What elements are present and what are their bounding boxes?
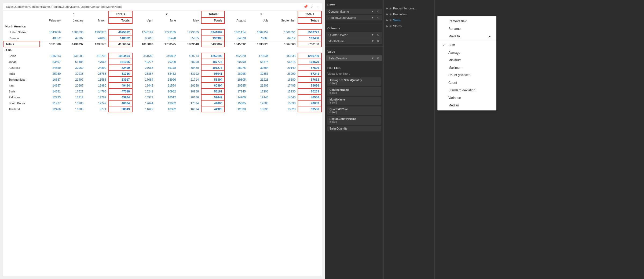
us-q3t: 5553722	[298, 29, 321, 35]
q1-totals-col-header: Totals	[109, 17, 132, 23]
na-tot-apr: 1810802	[132, 41, 155, 47]
std-dev-label: Standard deviation	[448, 88, 475, 92]
count-distinct-item[interactable]: Count (Distinct)	[438, 71, 496, 79]
minimum-item[interactable]: Minimum	[438, 56, 496, 64]
continent-name-label: ContinentName	[328, 10, 371, 13]
sum-item[interactable]: ✓ Sum	[438, 41, 496, 49]
asia-label: Asia	[3, 47, 321, 53]
south-korea-label: South Korea	[3, 100, 40, 106]
quarter-down-btn[interactable]: ▼	[371, 33, 375, 37]
stores-field-item[interactable]: ▶ ⊞ Stores	[384, 23, 434, 29]
context-menu: Remove field Rename Move to ▶ ✓ Sum Aver…	[437, 16, 496, 110]
april-header: April	[132, 17, 155, 23]
quarter-filter[interactable]: QuarterOfYear is (All)	[327, 106, 381, 115]
rename-item[interactable]: Rename	[438, 25, 496, 33]
maximum-label: Maximum	[448, 66, 462, 70]
ca-q1t: 140562	[109, 35, 132, 41]
std-dev-item[interactable]: Standard deviation	[438, 87, 496, 94]
ca-sep: 64512	[270, 35, 298, 41]
region-country-field[interactable]: RegionCountryName ▼ ✕	[326, 15, 382, 20]
rename-label: Rename	[448, 27, 460, 31]
monthname-x-btn[interactable]: ✕	[376, 39, 380, 43]
march-header: March	[86, 17, 109, 23]
stores-field-label: Stores	[393, 24, 402, 28]
na-tot-feb: 1391808	[40, 41, 63, 47]
divider-1	[438, 41, 496, 41]
count-item[interactable]: Count	[438, 79, 496, 87]
remove-field-item[interactable]: Remove field	[438, 17, 496, 25]
syria-row: Syria 14631 17621 14766 47018 16241 2098…	[3, 88, 321, 94]
promotion-table-icon: ⊞	[389, 13, 391, 16]
monthname-field[interactable]: MonthName ▼ ✕	[326, 38, 382, 44]
pakistan-row: Pakistan 12233 18912 12789 43934 15971 1…	[3, 94, 321, 100]
na-tot-aug: 1945992	[225, 41, 248, 47]
regioncountry-filter[interactable]: RegionCountryName is (All)	[327, 116, 381, 125]
quarter-x-btn[interactable]: ✕	[376, 33, 380, 37]
move-to-item[interactable]: Move to ▶	[438, 33, 496, 40]
sales-table-icon: ⊞	[389, 19, 391, 22]
united-states-label: United States	[3, 29, 40, 35]
us-feb: 1343256	[40, 29, 63, 35]
monthname-filter[interactable]: MonthName is (All)	[327, 97, 381, 105]
salesquantity-filter[interactable]: SalesQuantity	[327, 126, 381, 131]
na-totals-row: Totals 1391808 1436097 1338179 4166084 1…	[3, 41, 321, 47]
right-panel: Rows ContinentName ▼ ✕ RegionCountryName…	[325, 0, 644, 279]
monthname-label: MonthName	[328, 40, 371, 43]
salesquantity-x-btn[interactable]: ✕	[376, 56, 380, 60]
variance-item[interactable]: Variance	[438, 94, 496, 102]
move-to-label: Move to	[448, 34, 460, 38]
continent-name-field[interactable]: ContinentName ▼ ✕	[326, 9, 382, 14]
continent-x-btn[interactable]: ✕	[376, 10, 380, 13]
continent-down-btn[interactable]: ▼	[371, 10, 375, 13]
region-down-btn[interactable]: ▼	[371, 16, 375, 19]
minimum-label: Minimum	[448, 58, 462, 62]
expand-button[interactable]: ⤢	[310, 4, 314, 9]
salesquantity-label: SalesQuantity	[328, 57, 371, 60]
ca-jul: 70068	[248, 35, 271, 41]
sales-field-item[interactable]: ▶ ⊞ Sales	[384, 17, 434, 23]
matrix-container[interactable]: 1 Totals 2 Totals 3 Totals February Janu…	[3, 11, 322, 276]
us-sep: 1802851	[270, 29, 298, 35]
count-distinct-label: Count (Distinct)	[448, 73, 471, 77]
ca-q3t: 199458	[298, 35, 321, 41]
na-q1t: 4166084	[109, 41, 132, 47]
sum-label: Sum	[448, 43, 455, 47]
maximum-item[interactable]: Maximum	[438, 64, 496, 71]
salesquantity-field[interactable]: SalesQuantity ▼ ✕	[326, 55, 382, 61]
quarter-field[interactable]: QuarterOfYear ▼ ✕	[326, 32, 382, 38]
pin-button[interactable]: 📌	[303, 4, 308, 9]
productsubcategory-expand-icon: ▶	[386, 7, 388, 10]
productsubcategory-table-icon: ⊞	[389, 7, 391, 10]
ca-may: 65955	[178, 35, 201, 41]
turkmenistan-row: Turkmenistan 16837 21497 15583 53917 176…	[3, 77, 321, 83]
quarter-label: QuarterOfYear	[328, 33, 371, 37]
promotion-field-label: Promotion	[393, 13, 407, 16]
promotion-expand-icon: ▶	[386, 13, 388, 16]
variance-label: Variance	[448, 96, 461, 100]
region-x-btn[interactable]: ✕	[376, 16, 380, 19]
salesquantity-down-btn[interactable]: ▼	[371, 56, 375, 60]
july-header: July	[248, 17, 271, 23]
asia-region-row: Asia	[3, 47, 321, 53]
productsubcategory-field-item[interactable]: ▶ ⊞ ProductSubcate...	[384, 5, 434, 11]
average-item[interactable]: Average	[438, 49, 496, 56]
sum-check: ✓	[443, 44, 446, 47]
turkmenistan-label: Turkmenistan	[3, 77, 40, 83]
monthname-down-btn[interactable]: ▼	[371, 39, 375, 43]
quarter-3-totals-header: Totals	[298, 11, 321, 17]
promotion-field-item[interactable]: ▶ ⊞ Promotion	[384, 11, 434, 17]
na-totals-label: Totals	[3, 41, 40, 47]
average-label: Average	[448, 51, 460, 55]
ca-mar: 44803	[86, 35, 109, 41]
more-button[interactable]: ···	[316, 4, 320, 9]
us-q2t: 5241882	[201, 29, 225, 35]
matrix-title: SalesQuantity by ContinentName, RegionCo…	[3, 3, 322, 11]
quarter-3-header: 3	[225, 11, 298, 17]
matrix-panel: SalesQuantity by ContinentName, RegionCo…	[3, 3, 322, 276]
iran-row: Iran 14887 20567 13980 49434 18442 21564…	[3, 83, 321, 88]
continent-filter[interactable]: ContinentName is (All)	[327, 87, 381, 96]
fields-panel: ▶ ⊞ ProductSubcate... ▶ ⊞ Promotion ▶ ⊞ …	[384, 0, 435, 279]
avg-salesquantity-filter[interactable]: Average of SalesQuantity is (All)	[327, 77, 381, 86]
january-header: January	[63, 17, 86, 23]
median-item[interactable]: Median	[438, 102, 496, 109]
